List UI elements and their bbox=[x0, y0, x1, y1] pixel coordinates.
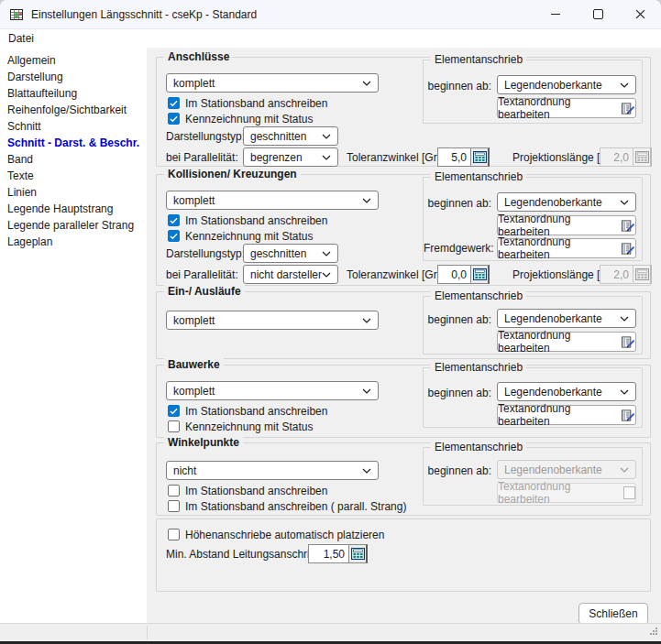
winkelpunkte-mode-select[interactable]: nicht bbox=[166, 461, 379, 480]
checkbox-checked-icon bbox=[168, 113, 180, 125]
edit-text-icon bbox=[622, 243, 635, 255]
group-anschluesse: Anschlüsse komplett Im Stationsband ansc… bbox=[156, 57, 651, 167]
button-label: Textanordnung bearbeiten bbox=[498, 480, 619, 506]
kollisionen-mode-select[interactable]: komplett bbox=[166, 191, 379, 210]
min-abstand-input-group: 1,50 bbox=[308, 544, 368, 563]
chevron-down-icon bbox=[362, 468, 371, 474]
sidebar-item-legende-paralleler-strang[interactable]: Legende paralleler Strang bbox=[0, 217, 147, 234]
resize-grip[interactable] bbox=[649, 626, 658, 639]
edit-text-icon-disabled bbox=[623, 486, 635, 499]
projektionslaenge-input: 2,0 bbox=[600, 147, 633, 167]
chevron-down-icon bbox=[322, 155, 331, 160]
checkbox-label: Im Stationsband anschreiben bbox=[185, 214, 327, 227]
toleranzwinkel-input[interactable]: 0,0 bbox=[437, 265, 470, 284]
sidebar-item-schnitt[interactable]: Schnitt bbox=[0, 118, 147, 135]
selected-value: Legendenoberkante bbox=[504, 79, 620, 92]
sidebar-item-band[interactable]: Band bbox=[0, 151, 147, 168]
kennzeichnung-checkbox[interactable]: Kennzeichnung mit Status bbox=[168, 420, 313, 433]
selected-value: nicht bbox=[173, 464, 362, 477]
calculator-button[interactable] bbox=[348, 544, 368, 563]
ein-auslaeufe-mode-select[interactable]: komplett bbox=[166, 311, 379, 330]
group-winkelpunkte: Winkelpunkte nicht Im Stationsband ansch… bbox=[156, 442, 651, 516]
group-options: Höhenanschriebe automatisch platzieren M… bbox=[156, 518, 651, 592]
parallelitaet-select[interactable]: begrenzen bbox=[243, 147, 338, 167]
close-icon bbox=[635, 9, 645, 19]
sidebar-item-darstellung[interactable]: Darstellung bbox=[0, 69, 147, 85]
group-title: Elementanschrieb bbox=[431, 53, 526, 66]
beginnen-ab-select[interactable]: Legendenoberkante bbox=[497, 382, 636, 401]
stationsband-checkbox[interactable]: Im Stationsband anschreiben bbox=[168, 96, 327, 110]
menubar: Datei bbox=[0, 29, 661, 48]
min-abstand-input[interactable]: 1,50 bbox=[308, 544, 348, 563]
beginnen-ab-select[interactable]: Legendenoberkante bbox=[497, 309, 636, 328]
chevron-down-icon bbox=[620, 82, 629, 88]
hoehenanschriebe-checkbox[interactable]: Höhenanschriebe automatisch platzieren bbox=[168, 528, 384, 541]
parallelitaet-select[interactable]: nicht darstellen bbox=[243, 265, 338, 284]
checkbox-label: Im Stationsband anschreiben bbox=[185, 97, 327, 110]
checkbox-unchecked-icon bbox=[168, 420, 180, 432]
projektionslaenge-input-group: 2,0 bbox=[600, 147, 652, 167]
group-elementanschrieb-disabled: Elementanschrieb beginnen ab: Legendenob… bbox=[423, 447, 643, 506]
chevron-down-icon bbox=[362, 81, 371, 86]
toleranzwinkel-input-group: 5,0 bbox=[437, 147, 490, 167]
sidebar-item-allgemein[interactable]: Allgemein bbox=[0, 52, 147, 69]
stationsband-checkbox[interactable]: Im Stationsband anschreiben bbox=[168, 484, 327, 497]
maximize-button[interactable] bbox=[577, 0, 619, 29]
calculator-button[interactable] bbox=[470, 147, 490, 167]
group-bauwerke: Bauwerke komplett Im Stationsband anschr… bbox=[156, 365, 651, 438]
textanordnung-bearbeiten-button[interactable]: Textanordnung bearbeiten bbox=[497, 405, 636, 425]
menu-datei[interactable]: Datei bbox=[0, 29, 39, 45]
sidebar-nav: Allgemein Darstellung Blattaufteilung Re… bbox=[0, 48, 147, 623]
chevron-down-icon bbox=[322, 134, 331, 139]
chevron-down-icon bbox=[620, 200, 629, 205]
textanordnung-bearbeiten-button[interactable]: Textanordnung bearbeiten bbox=[497, 215, 636, 235]
textanordnung-fremdgewerk-button[interactable]: Textanordnung bearbeiten bbox=[497, 238, 636, 258]
group-ein-auslaeufe: Ein-/ Ausläufe komplett Elementanschrieb… bbox=[156, 291, 651, 359]
chevron-down-icon bbox=[322, 251, 331, 257]
stationsband-checkbox[interactable]: Im Stationsband anschreiben bbox=[168, 404, 327, 418]
sidebar-item-legende-hauptstrang[interactable]: Legende Hauptstrang bbox=[0, 201, 147, 217]
projektionslaenge-input-group: 2,0 bbox=[600, 265, 652, 284]
main-panel: Anschlüsse komplett Im Stationsband ansc… bbox=[147, 48, 661, 623]
textanordnung-bearbeiten-button[interactable]: Textanordnung bearbeiten bbox=[497, 98, 636, 118]
selected-value: komplett bbox=[173, 194, 362, 207]
group-elementanschrieb: Elementanschrieb beginnen ab: Legendenob… bbox=[423, 367, 643, 428]
sidebar-item-linien[interactable]: Linien bbox=[0, 184, 147, 201]
anschluesse-mode-select[interactable]: komplett bbox=[166, 73, 379, 93]
close-button[interactable] bbox=[619, 0, 661, 29]
group-elementanschrieb: Elementanschrieb beginnen ab: Legendenob… bbox=[423, 296, 643, 355]
minimize-button[interactable] bbox=[534, 0, 577, 29]
bauwerke-mode-select[interactable]: komplett bbox=[166, 381, 379, 400]
status-bar bbox=[0, 623, 661, 641]
calculator-button-disabled bbox=[633, 147, 652, 167]
group-title: Elementanschrieb bbox=[431, 441, 526, 453]
beginnen-ab-label: beginnen ab: bbox=[424, 464, 491, 477]
min-abstand-label: Min. Abstand Leitungsanschriebe bbox=[166, 548, 328, 561]
kennzeichnung-checkbox[interactable]: Kennzeichnung mit Status bbox=[168, 112, 313, 126]
sidebar-item-schnitt-darst-beschr[interactable]: Schnitt - Darst. & Beschr. bbox=[0, 135, 147, 151]
stationsband-parallel-checkbox[interactable]: Im Stationsband anschreiben ( parall. St… bbox=[168, 499, 406, 513]
checkbox-unchecked-icon bbox=[168, 485, 180, 497]
textanordnung-bearbeiten-button[interactable]: Textanordnung bearbeiten bbox=[497, 332, 636, 352]
kennzeichnung-checkbox[interactable]: Kennzeichnung mit Status bbox=[168, 229, 313, 243]
sidebar-item-blattaufteilung[interactable]: Blattaufteilung bbox=[0, 85, 147, 102]
fremdgewerk-label: Fremdgewerk: bbox=[424, 242, 491, 255]
checkbox-unchecked-icon bbox=[168, 500, 180, 512]
sidebar-item-reihenfolge[interactable]: Reihenfolge/Sichtbarkeit bbox=[0, 102, 147, 118]
calculator-button[interactable] bbox=[470, 265, 490, 284]
toleranzwinkel-input[interactable]: 5,0 bbox=[437, 147, 470, 167]
beginnen-ab-select[interactable]: Legendenoberkante bbox=[497, 192, 636, 212]
edit-text-icon bbox=[622, 103, 635, 115]
schliessen-button[interactable]: Schließen bbox=[578, 603, 648, 625]
stationsband-checkbox[interactable]: Im Stationsband anschreiben bbox=[168, 213, 327, 227]
sidebar-item-texte[interactable]: Texte bbox=[0, 168, 147, 184]
button-label: Textanordnung bearbeiten bbox=[498, 329, 617, 355]
button-label: Textanordnung bearbeiten bbox=[498, 402, 617, 428]
checkbox-checked-icon bbox=[168, 230, 180, 242]
darstellungstyp-select[interactable]: geschnitten bbox=[243, 126, 338, 146]
chevron-down-icon bbox=[362, 198, 371, 203]
beginnen-ab-select[interactable]: Legendenoberkante bbox=[497, 75, 636, 94]
darstellungstyp-select[interactable]: geschnitten bbox=[243, 244, 338, 263]
sidebar-item-lageplan[interactable]: Lageplan bbox=[0, 234, 147, 250]
selected-value: geschnitten bbox=[250, 130, 322, 143]
